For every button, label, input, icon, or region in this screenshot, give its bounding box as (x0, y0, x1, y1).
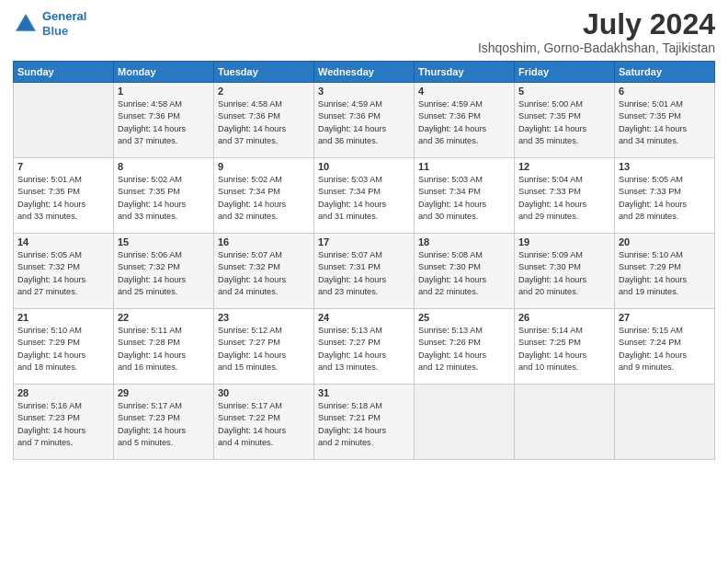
day-number: 27 (619, 312, 711, 323)
day-number: 29 (118, 387, 210, 398)
calendar-cell: 22Sunrise: 5:11 AM Sunset: 7:28 PM Dayli… (114, 309, 214, 385)
logo-line2: Blue (42, 24, 68, 38)
calendar-cell: 28Sunrise: 5:16 AM Sunset: 7:23 PM Dayli… (14, 385, 114, 460)
day-number: 31 (318, 387, 410, 398)
calendar-cell (615, 385, 715, 460)
day-number: 14 (17, 236, 109, 247)
day-info: Sunrise: 5:12 AM Sunset: 7:27 PM Dayligh… (218, 325, 310, 373)
day-info: Sunrise: 5:16 AM Sunset: 7:23 PM Dayligh… (17, 400, 109, 449)
day-info: Sunrise: 5:11 AM Sunset: 7:28 PM Dayligh… (118, 325, 210, 373)
day-info: Sunrise: 5:00 AM Sunset: 7:35 PM Dayligh… (518, 98, 610, 147)
day-info: Sunrise: 5:18 AM Sunset: 7:21 PM Dayligh… (318, 400, 410, 449)
day-info: Sunrise: 5:09 AM Sunset: 7:30 PM Dayligh… (518, 249, 610, 298)
day-number: 8 (118, 161, 210, 172)
title-block: July 2024 Ishqoshim, Gorno-Badakhshan, T… (478, 9, 715, 55)
header-sunday: Sunday (14, 62, 114, 83)
header-friday: Friday (515, 62, 615, 83)
day-number: 9 (218, 161, 310, 172)
calendar-cell: 16Sunrise: 5:07 AM Sunset: 7:32 PM Dayli… (214, 234, 314, 309)
day-info: Sunrise: 5:14 AM Sunset: 7:25 PM Dayligh… (518, 325, 610, 373)
calendar-cell: 20Sunrise: 5:10 AM Sunset: 7:29 PM Dayli… (615, 234, 715, 309)
logo-text: General Blue (42, 9, 86, 38)
calendar-cell: 29Sunrise: 5:17 AM Sunset: 7:23 PM Dayli… (114, 385, 214, 460)
day-info: Sunrise: 5:13 AM Sunset: 7:26 PM Dayligh… (418, 325, 510, 373)
day-info: Sunrise: 5:03 AM Sunset: 7:34 PM Dayligh… (318, 174, 410, 223)
header: General Blue July 2024 Ishqoshim, Gorno-… (13, 9, 715, 55)
day-info: Sunrise: 5:08 AM Sunset: 7:30 PM Dayligh… (418, 249, 510, 298)
calendar-row-1: 1Sunrise: 4:58 AM Sunset: 7:36 PM Daylig… (14, 83, 715, 158)
day-info: Sunrise: 5:02 AM Sunset: 7:34 PM Dayligh… (218, 174, 310, 223)
calendar-cell: 6Sunrise: 5:01 AM Sunset: 7:35 PM Daylig… (615, 83, 715, 158)
day-info: Sunrise: 5:05 AM Sunset: 7:32 PM Dayligh… (17, 249, 109, 298)
day-number: 11 (418, 161, 510, 172)
calendar-cell: 14Sunrise: 5:05 AM Sunset: 7:32 PM Dayli… (14, 234, 114, 309)
calendar-cell: 23Sunrise: 5:12 AM Sunset: 7:27 PM Dayli… (214, 309, 314, 385)
calendar-cell: 15Sunrise: 5:06 AM Sunset: 7:32 PM Dayli… (114, 234, 214, 309)
calendar-cell: 8Sunrise: 5:02 AM Sunset: 7:35 PM Daylig… (114, 158, 214, 234)
calendar-cell (14, 83, 114, 158)
calendar-cell (515, 385, 615, 460)
header-thursday: Thursday (415, 62, 515, 83)
day-number: 22 (118, 312, 210, 323)
logo-icon (13, 11, 39, 37)
calendar-row-4: 21Sunrise: 5:10 AM Sunset: 7:29 PM Dayli… (14, 309, 715, 385)
day-info: Sunrise: 4:58 AM Sunset: 7:36 PM Dayligh… (218, 98, 310, 147)
day-info: Sunrise: 5:17 AM Sunset: 7:23 PM Dayligh… (118, 400, 210, 449)
calendar-cell: 17Sunrise: 5:07 AM Sunset: 7:31 PM Dayli… (314, 234, 415, 309)
calendar-cell: 13Sunrise: 5:05 AM Sunset: 7:33 PM Dayli… (615, 158, 715, 234)
calendar-cell: 4Sunrise: 4:59 AM Sunset: 7:36 PM Daylig… (415, 83, 515, 158)
day-number: 4 (418, 86, 510, 97)
calendar-cell: 10Sunrise: 5:03 AM Sunset: 7:34 PM Dayli… (314, 158, 415, 234)
calendar-cell: 19Sunrise: 5:09 AM Sunset: 7:30 PM Dayli… (515, 234, 615, 309)
calendar-cell: 25Sunrise: 5:13 AM Sunset: 7:26 PM Dayli… (415, 309, 515, 385)
calendar-row-2: 7Sunrise: 5:01 AM Sunset: 7:35 PM Daylig… (14, 158, 715, 234)
day-info: Sunrise: 5:13 AM Sunset: 7:27 PM Dayligh… (318, 325, 410, 373)
month-year: July 2024 (478, 9, 715, 39)
day-info: Sunrise: 5:06 AM Sunset: 7:32 PM Dayligh… (118, 249, 210, 298)
day-number: 7 (17, 161, 109, 172)
day-info: Sunrise: 4:59 AM Sunset: 7:36 PM Dayligh… (418, 98, 510, 147)
logo-line1: General (42, 9, 86, 23)
day-number: 13 (619, 161, 711, 172)
day-number: 26 (518, 312, 610, 323)
day-number: 24 (318, 312, 410, 323)
header-row: Sunday Monday Tuesday Wednesday Thursday… (14, 62, 715, 83)
day-number: 20 (619, 236, 711, 247)
day-number: 10 (318, 161, 410, 172)
day-number: 3 (318, 86, 410, 97)
day-number: 19 (518, 236, 610, 247)
calendar-cell: 5Sunrise: 5:00 AM Sunset: 7:35 PM Daylig… (515, 83, 615, 158)
day-info: Sunrise: 5:10 AM Sunset: 7:29 PM Dayligh… (619, 249, 711, 298)
day-info: Sunrise: 4:58 AM Sunset: 7:36 PM Dayligh… (118, 98, 210, 147)
calendar-cell: 1Sunrise: 4:58 AM Sunset: 7:36 PM Daylig… (114, 83, 214, 158)
header-monday: Monday (114, 62, 214, 83)
day-number: 1 (118, 86, 210, 97)
calendar-cell: 3Sunrise: 4:59 AM Sunset: 7:36 PM Daylig… (314, 83, 415, 158)
day-info: Sunrise: 4:59 AM Sunset: 7:36 PM Dayligh… (318, 98, 410, 147)
day-info: Sunrise: 5:15 AM Sunset: 7:24 PM Dayligh… (619, 325, 711, 373)
day-info: Sunrise: 5:07 AM Sunset: 7:31 PM Dayligh… (318, 249, 410, 298)
day-info: Sunrise: 5:17 AM Sunset: 7:22 PM Dayligh… (218, 400, 310, 449)
day-number: 12 (518, 161, 610, 172)
day-info: Sunrise: 5:01 AM Sunset: 7:35 PM Dayligh… (17, 174, 109, 223)
day-number: 21 (17, 312, 109, 323)
calendar-cell: 2Sunrise: 4:58 AM Sunset: 7:36 PM Daylig… (214, 83, 314, 158)
location: Ishqoshim, Gorno-Badakhshan, Tajikistan (478, 40, 715, 55)
day-info: Sunrise: 5:03 AM Sunset: 7:34 PM Dayligh… (418, 174, 510, 223)
day-number: 30 (218, 387, 310, 398)
calendar-cell: 26Sunrise: 5:14 AM Sunset: 7:25 PM Dayli… (515, 309, 615, 385)
day-info: Sunrise: 5:10 AM Sunset: 7:29 PM Dayligh… (17, 325, 109, 373)
calendar-cell: 31Sunrise: 5:18 AM Sunset: 7:21 PM Dayli… (314, 385, 415, 460)
calendar-cell: 27Sunrise: 5:15 AM Sunset: 7:24 PM Dayli… (615, 309, 715, 385)
calendar-cell: 7Sunrise: 5:01 AM Sunset: 7:35 PM Daylig… (14, 158, 114, 234)
header-tuesday: Tuesday (214, 62, 314, 83)
page: General Blue July 2024 Ishqoshim, Gorno-… (0, 0, 728, 563)
day-info: Sunrise: 5:07 AM Sunset: 7:32 PM Dayligh… (218, 249, 310, 298)
logo: General Blue (13, 9, 86, 38)
calendar-cell: 24Sunrise: 5:13 AM Sunset: 7:27 PM Dayli… (314, 309, 415, 385)
calendar-cell (415, 385, 515, 460)
day-info: Sunrise: 5:02 AM Sunset: 7:35 PM Dayligh… (118, 174, 210, 223)
day-number: 6 (619, 86, 711, 97)
header-wednesday: Wednesday (314, 62, 415, 83)
calendar-cell: 18Sunrise: 5:08 AM Sunset: 7:30 PM Dayli… (415, 234, 515, 309)
